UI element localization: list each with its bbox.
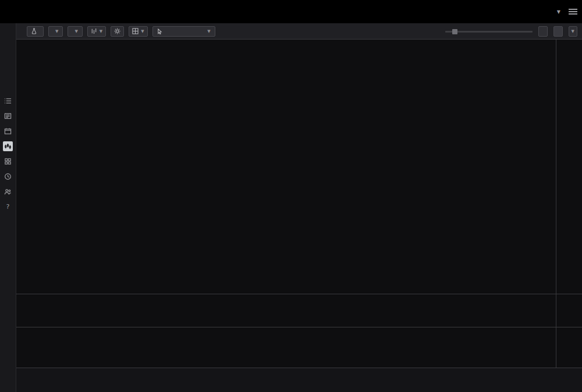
chart-settings-button[interactable] xyxy=(111,26,124,37)
slider-handle[interactable] xyxy=(452,29,457,34)
charts-icon[interactable] xyxy=(3,141,13,151)
accounts-menu[interactable]: ▼ xyxy=(555,9,560,15)
save-button[interactable] xyxy=(538,26,548,37)
load-button[interactable] xyxy=(553,26,563,37)
layout-dropdown[interactable]: ▼ xyxy=(129,26,147,37)
chevron-down-icon: ▼ xyxy=(141,29,144,34)
chart-type-dropdown[interactable]: ▼ xyxy=(87,26,106,37)
timeframe-dropdown[interactable]: ▼ xyxy=(48,26,63,37)
chevron-down-icon: ▼ xyxy=(55,29,58,34)
range-dropdown[interactable]: ▼ xyxy=(68,26,82,37)
chart-toolbar: ▼ ▼ ▼ ▼ ▼ xyxy=(16,23,582,40)
macd-canvas[interactable] xyxy=(16,327,191,392)
top-quote-bar: ▼ xyxy=(0,0,582,23)
cursor-icon xyxy=(157,28,162,34)
left-sidebar: ? xyxy=(0,23,16,392)
apps-grid-icon[interactable] xyxy=(3,156,13,166)
gear-icon xyxy=(114,28,120,34)
chevron-down-icon: ▼ xyxy=(207,29,210,34)
stochastic-axis xyxy=(556,294,582,327)
bar-chart-icon xyxy=(91,28,97,34)
hamburger-menu-icon[interactable] xyxy=(569,8,577,16)
date-axis xyxy=(16,368,582,382)
panel-menu-button[interactable]: ▼ xyxy=(569,26,577,37)
help-icon[interactable]: ? xyxy=(3,202,13,212)
news-icon[interactable] xyxy=(3,111,13,121)
chevron-down-icon: ▼ xyxy=(557,9,560,15)
chevron-down-icon: ▼ xyxy=(572,29,574,34)
macd-panel xyxy=(16,327,582,368)
chart-area xyxy=(16,40,582,392)
stochastic-panel xyxy=(16,294,582,327)
community-icon[interactable] xyxy=(3,187,13,197)
indicators-button[interactable] xyxy=(27,26,44,37)
trading-platform-window: ▼ xyxy=(0,0,582,392)
price-panel xyxy=(16,40,582,294)
calendar-icon[interactable] xyxy=(3,126,13,136)
slider-track[interactable] xyxy=(445,31,533,33)
flask-icon xyxy=(31,28,37,34)
history-clock-icon[interactable] xyxy=(3,172,13,181)
chart-zoom-slider[interactable] xyxy=(445,28,533,35)
chevron-down-icon: ▼ xyxy=(74,29,77,34)
drawing-tool-dropdown[interactable]: ▼ xyxy=(152,26,215,37)
price-axis xyxy=(556,40,582,294)
watchlist-icon[interactable] xyxy=(3,96,13,106)
layout-grid-icon xyxy=(132,28,139,34)
macd-axis xyxy=(556,327,582,368)
main-chart-canvas[interactable] xyxy=(16,40,191,127)
chevron-down-icon: ▼ xyxy=(100,29,102,34)
